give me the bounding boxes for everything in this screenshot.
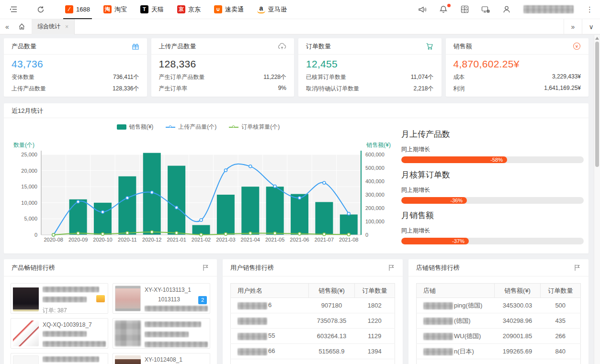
point-订单核算量(个)-2020-11[interactable] [126, 232, 129, 234]
device-settings-icon[interactable] [481, 5, 490, 14]
orders-value [541, 359, 581, 364]
point-上传产品量(个)-2021-07[interactable] [323, 181, 326, 184]
point-上传产品量(个)-2021-06[interactable] [298, 197, 301, 199]
legend-item-销售额(¥)[interactable]: 销售额(¥) [117, 123, 154, 131]
product-tile[interactable] [11, 353, 108, 364]
collapse-menu-icon[interactable] [9, 5, 17, 14]
metric-value: 736,411个 [113, 73, 139, 81]
bar-2021-05[interactable] [266, 187, 284, 235]
point-订单核算量(个)-2021-08[interactable] [347, 233, 350, 236]
bar-2021-07[interactable] [315, 202, 333, 235]
product-tile[interactable] [113, 318, 210, 349]
home-icon[interactable] [14, 23, 29, 30]
point-订单核算量(个)-2020-09[interactable] [77, 232, 79, 235]
legend-label: 销售额(¥) [129, 123, 154, 131]
product-tile[interactable]: XQ-XQ-1003918_7 [11, 318, 108, 349]
product-text-line [43, 287, 106, 294]
flag-icon[interactable] [388, 264, 395, 271]
point-订单核算量(个)-2021-05[interactable] [273, 232, 276, 235]
scrollbar-thumb[interactable] [595, 42, 599, 167]
tabs-scroll-right-icon[interactable]: » [564, 19, 582, 34]
bar-2020-09[interactable] [69, 199, 87, 235]
store-name-cell: (德国) [417, 313, 495, 329]
bar-2020-10[interactable] [94, 203, 112, 235]
apps-grid-icon[interactable] [460, 5, 469, 14]
flag-icon[interactable] [202, 264, 209, 271]
notification-bell-icon[interactable] [439, 5, 448, 14]
platform-tab-天猫[interactable]: T天猫 [134, 0, 170, 19]
point-订单核算量(个)-2020-10[interactable] [101, 232, 104, 235]
flag-icon[interactable] [574, 264, 581, 271]
platform-tab-淘宝[interactable]: 淘淘宝 [97, 0, 134, 19]
point-订单核算量(个)-2021-07[interactable] [323, 233, 326, 236]
user-name-redacted[interactable] [523, 5, 574, 13]
product-tile[interactable]: XY-XY-1013113_110131132 [113, 283, 210, 314]
platform-tab-1688[interactable]: ⁄1688 [58, 0, 97, 19]
bar-2021-04[interactable] [241, 187, 259, 235]
metric-label: 取消/待确认订单数量 [306, 85, 359, 93]
point-上传产品量(个)-2021-03[interactable] [224, 169, 227, 172]
product-text-line [145, 321, 208, 329]
table-row: 735078.351220 [231, 313, 395, 329]
svg-text:2020-09: 2020-09 [68, 237, 88, 243]
product-text: 1013113 [158, 296, 180, 303]
point-上传产品量(个)-2021-01[interactable] [175, 206, 178, 209]
platform-tab-速卖通[interactable]: ∪速卖通 [207, 0, 250, 19]
bar-2021-01[interactable] [168, 166, 185, 235]
point-上传产品量(个)-2021-04[interactable] [249, 165, 252, 168]
refresh-icon[interactable] [36, 5, 45, 14]
tab-close-icon[interactable]: × [65, 23, 68, 30]
point-上传产品量(个)-2020-10[interactable] [101, 210, 104, 213]
point-订单核算量(个)-2020-08[interactable] [52, 233, 55, 236]
product-tile[interactable]: 订单: 387 [11, 283, 108, 314]
orders-value: 840 [541, 344, 581, 359]
bar-2020-11[interactable] [118, 176, 136, 235]
platform-taobao-icon: 淘 [103, 5, 112, 13]
vertical-scrollbar[interactable] [594, 35, 600, 364]
point-订单核算量(个)-2021-03[interactable] [224, 232, 227, 235]
support-person-icon[interactable] [502, 5, 511, 14]
platform-jd-icon: 京 [177, 5, 185, 13]
redacted-text [145, 306, 208, 311]
scroll-up-arrow-icon[interactable] [595, 37, 599, 40]
legend-item-上传产品量(个)[interactable]: 上传产品量(个) [166, 123, 216, 131]
name-suffix: 6 [268, 301, 272, 309]
point-订单核算量(个)-2020-12[interactable] [150, 231, 153, 233]
point-订单核算量(个)-2021-01[interactable] [175, 232, 178, 234]
legend-item-订单核算量(个)[interactable]: 订单核算量(个) [229, 123, 280, 131]
point-订单核算量(个)-2021-04[interactable] [249, 232, 252, 235]
tab-comprehensive-statistics[interactable]: 综合统计 × [32, 19, 75, 34]
platform-tab-label: 亚马逊 [268, 5, 287, 14]
point-上传产品量(个)-2021-08[interactable] [347, 212, 350, 215]
stat-card-value: 128,336 [159, 58, 287, 70]
point-上传产品量(个)-2021-05[interactable] [273, 185, 276, 188]
point-上传产品量(个)-2021-02[interactable] [200, 219, 203, 221]
growth-panels: 月上传产品数同上期增长-58%月核算订单数同上期增长-36%月销售额同上期增长-… [393, 118, 589, 253]
growth-title: 月销售额 [401, 210, 584, 221]
point-订单核算量(个)-2021-06[interactable] [298, 232, 301, 235]
more-options-icon[interactable]: ⋮ [586, 5, 593, 14]
announcement-icon[interactable] [418, 5, 427, 14]
bar-2021-03[interactable] [217, 195, 235, 235]
stat-card-metric: 成本3,229,433¥ [453, 73, 581, 81]
bar-2021-08[interactable] [340, 214, 358, 235]
metric-value: 1,641,169.25¥ [544, 85, 581, 93]
column-header-销售额(¥): 销售额(¥) [309, 284, 355, 298]
orders-value: 1129 [355, 329, 395, 344]
product-tile[interactable]: XY-1012408_1 [113, 353, 210, 364]
store-name-cell [417, 359, 495, 364]
platform-tab-京东[interactable]: 京京东 [170, 0, 207, 19]
tabs-dropdown-icon[interactable]: ∨ [582, 19, 600, 34]
tabs-scroll-left-icon[interactable]: « [0, 23, 14, 31]
store-ranking-card: 店铺销售排行榜 店铺销售额(¥)订单数量ping(德国)345300.03500… [408, 259, 589, 364]
point-上传产品量(个)-2020-12[interactable] [150, 191, 153, 194]
point-订单核算量(个)-2021-02[interactable] [200, 233, 203, 236]
point-上传产品量(个)-2020-09[interactable] [77, 200, 79, 203]
bar-2021-06[interactable] [291, 194, 308, 235]
point-上传产品量(个)-2020-11[interactable] [126, 197, 129, 199]
legend-label: 上传产品量(个) [178, 123, 216, 131]
user-ranking-card: 用户销售排行榜 用户姓名销售额(¥)订单数量69071801802735078.… [223, 259, 403, 364]
platform-tab-亚马逊[interactable]: a亚马逊 [250, 0, 294, 19]
platform-aliexpress-icon: ∪ [214, 5, 222, 13]
stat-card-value: 12,455 [306, 58, 434, 70]
